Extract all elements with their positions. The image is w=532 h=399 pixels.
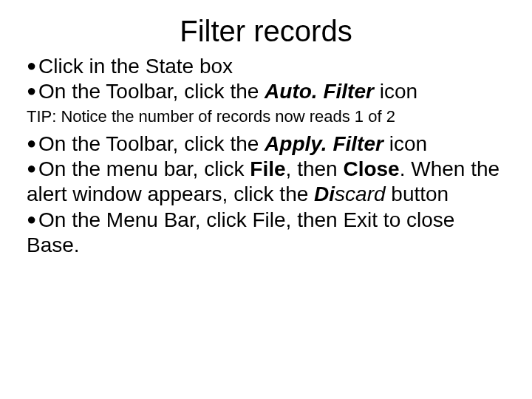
emphasis-discard-di: Di <box>314 183 335 205</box>
emphasis-autofilter: Auto. Filter <box>265 80 374 103</box>
bullet-text: On the Menu Bar, click File, then Exit t… <box>27 208 454 256</box>
emphasis-applyfilter: Apply. Filter <box>265 132 383 155</box>
emphasis-discard-scard: scard <box>335 183 385 205</box>
bullet-item-4: ●On the menu bar, click File, then Close… <box>27 157 505 207</box>
bullet-text: button <box>386 183 449 205</box>
bullet-icon: ● <box>27 211 38 228</box>
bullet-icon: ● <box>27 83 38 99</box>
emphasis-file: File <box>250 157 285 180</box>
tip-text: TIP: Notice the number of records now re… <box>27 107 505 127</box>
bullet-text: On the Toolbar, click the <box>38 132 265 155</box>
bullet-icon: ● <box>27 135 38 151</box>
bullet-text: icon <box>374 80 417 103</box>
slide: Filter records ●Click in the State box ●… <box>0 0 532 399</box>
bullet-text: icon <box>383 132 427 155</box>
slide-title: Filter records <box>27 15 505 48</box>
bullet-text: On the menu bar, click <box>38 157 250 180</box>
bullet-item-3: ●On the Toolbar, click the Apply. Filter… <box>27 132 505 157</box>
bullet-icon: ● <box>27 160 38 177</box>
bullet-item-2: ●On the Toolbar, click the Auto. Filter … <box>27 79 505 104</box>
bullet-item-5: ●On the Menu Bar, click File, then Exit … <box>27 208 505 258</box>
emphasis-close: Close <box>343 157 399 180</box>
bullet-text: On the Toolbar, click the <box>38 80 265 103</box>
bullet-text: , then <box>286 157 344 180</box>
bullet-text: Click in the State box <box>38 55 233 78</box>
bullet-icon: ● <box>27 58 38 74</box>
bullet-item-1: ●Click in the State box <box>27 54 505 79</box>
bullet-list: ●Click in the State box ●On the Toolbar,… <box>27 54 505 258</box>
